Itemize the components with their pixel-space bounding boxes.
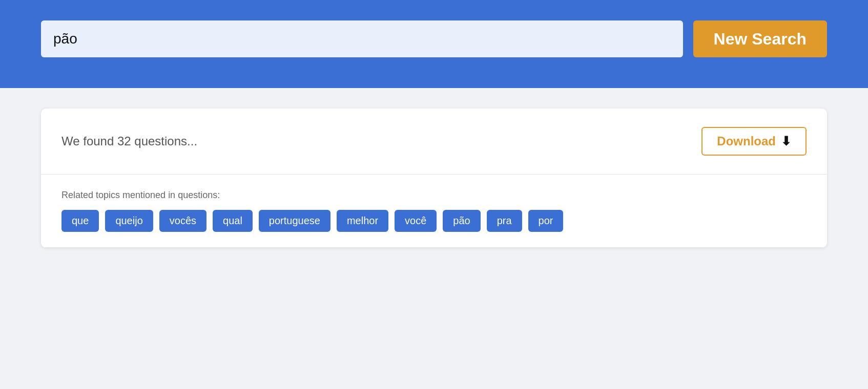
- download-icon: ⬇: [781, 134, 791, 148]
- topic-tag[interactable]: que: [61, 210, 99, 232]
- topic-tag[interactable]: pão: [443, 210, 480, 232]
- download-label: Download: [717, 134, 776, 148]
- download-button[interactable]: Download ⬇: [701, 127, 807, 156]
- results-header: We found 32 questions... Download ⬇: [41, 109, 827, 175]
- results-count: We found 32 questions...: [61, 134, 197, 148]
- new-search-button[interactable]: New Search: [693, 20, 827, 57]
- topic-tag[interactable]: queijo: [105, 210, 153, 232]
- topic-tag[interactable]: por: [528, 210, 564, 232]
- topic-tag[interactable]: você: [395, 210, 437, 232]
- topic-tag[interactable]: portuguese: [259, 210, 330, 232]
- search-input[interactable]: [41, 20, 683, 57]
- topic-tag[interactable]: melhor: [337, 210, 388, 232]
- header-section: New Search: [0, 0, 868, 88]
- tags-container: quequeijovocêsqualportuguesemelhorvocêpã…: [61, 210, 807, 232]
- results-card: We found 32 questions... Download ⬇ Rela…: [41, 109, 827, 248]
- related-topics-section: Related topics mentioned in questions: q…: [41, 175, 827, 248]
- related-topics-title: Related topics mentioned in questions:: [61, 190, 807, 201]
- topic-tag[interactable]: vocês: [159, 210, 206, 232]
- topic-tag[interactable]: qual: [213, 210, 253, 232]
- topic-tag[interactable]: pra: [487, 210, 522, 232]
- content-area: We found 32 questions... Download ⬇ Rela…: [0, 88, 868, 268]
